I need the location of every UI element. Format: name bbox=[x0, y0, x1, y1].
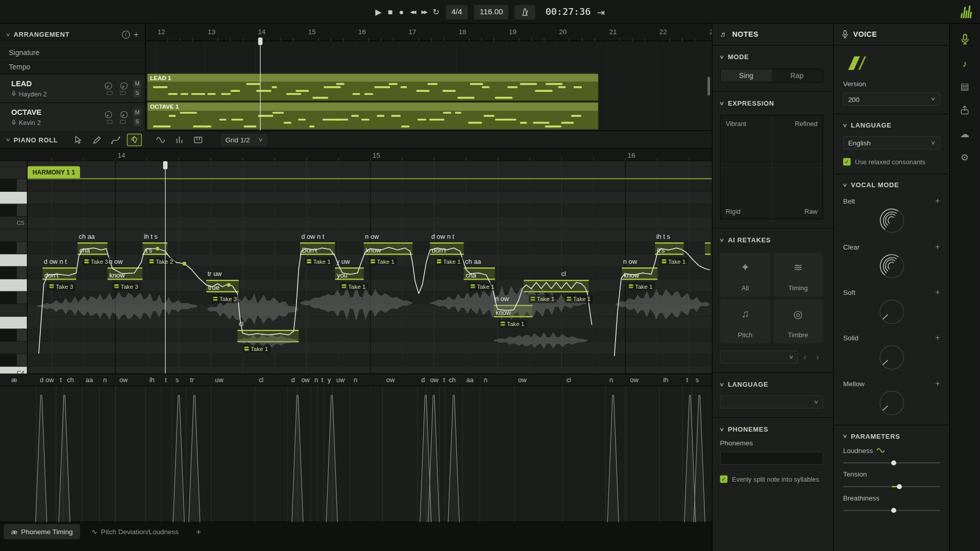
phoneme-label[interactable]: n bbox=[314, 376, 318, 384]
scrollbar-thumb[interactable] bbox=[707, 77, 710, 96]
curve-tool-icon[interactable] bbox=[108, 133, 122, 145]
phoneme-label[interactable]: n bbox=[103, 376, 107, 384]
phoneme-timing-spike[interactable] bbox=[684, 395, 696, 522]
volume-pan-knobs[interactable] bbox=[104, 82, 128, 90]
piano-key-F5[interactable] bbox=[0, 161, 28, 167]
arrangement-canvas[interactable]: 121314151617181920212223LEAD 1OCTAVE 1 bbox=[145, 24, 712, 131]
microphone-icon[interactable] bbox=[960, 34, 970, 45]
take-chip[interactable]: Take 3 bbox=[211, 295, 239, 303]
take-chip[interactable]: Take 1 bbox=[499, 320, 527, 328]
phoneme-label[interactable]: ow bbox=[386, 376, 395, 384]
phoneme-label[interactable]: ow bbox=[518, 376, 526, 384]
phoneme-label[interactable]: y bbox=[328, 376, 331, 384]
retake-prev-button[interactable]: ‹ bbox=[799, 351, 811, 363]
add-panel-tab-button[interactable]: + bbox=[196, 527, 201, 537]
phoneme-label[interactable]: ow bbox=[630, 376, 638, 384]
track-mini-toggles[interactable] bbox=[104, 120, 128, 123]
playhead[interactable] bbox=[260, 37, 260, 130]
playhead-handle[interactable] bbox=[163, 161, 168, 169]
piano-key-A4[interactable] bbox=[0, 254, 28, 266]
piano-key-C4[interactable]: C4 bbox=[0, 367, 28, 373]
retake-pitch-button[interactable]: ♫Pitch bbox=[720, 299, 771, 344]
stop-button[interactable]: ■ bbox=[388, 8, 393, 16]
note-language-select[interactable]: ∨ bbox=[720, 395, 823, 409]
piano-key-Ds4[interactable] bbox=[0, 329, 28, 341]
piano-key-E5[interactable] bbox=[0, 167, 28, 179]
phoneme-timing-spike[interactable] bbox=[694, 395, 705, 522]
phoneme-timing-spike[interactable] bbox=[292, 395, 303, 522]
language-section-header[interactable]: ∨ LANGUAGE bbox=[720, 381, 823, 388]
phonemes-section-header[interactable]: ∨ PHONEMES bbox=[720, 425, 823, 433]
take-chip[interactable]: Take 2 bbox=[148, 257, 176, 265]
parameter-slider[interactable] bbox=[843, 462, 940, 463]
phoneme-label[interactable]: aa bbox=[466, 376, 473, 384]
voice-language-select[interactable]: English ∨ bbox=[843, 136, 940, 149]
retake-select[interactable]: ∨ bbox=[720, 350, 798, 364]
track-mini-toggles[interactable] bbox=[104, 91, 128, 95]
piano-key-B4[interactable] bbox=[0, 229, 28, 241]
take-chip[interactable]: Take 1 bbox=[627, 282, 655, 290]
relaxed-consonants-checkbox[interactable]: ✓ Use relaxed consonants bbox=[843, 158, 940, 166]
slider-thumb[interactable] bbox=[891, 508, 896, 513]
piano-roll-ruler[interactable]: 141516 bbox=[0, 148, 712, 161]
phoneme-label[interactable]: d ow bbox=[40, 376, 54, 384]
piano-roll-note[interactable]: know bbox=[108, 267, 143, 280]
piano-key-G4[interactable] bbox=[0, 279, 28, 291]
take-chip[interactable]: Take 3 bbox=[47, 282, 76, 290]
piano-key-As4[interactable] bbox=[0, 242, 28, 254]
arrangement-row-signature[interactable]: Signature bbox=[0, 45, 145, 59]
arrangement-clip-octave[interactable]: OCTAVE 1 bbox=[147, 102, 599, 130]
add-soft-button[interactable]: + bbox=[935, 287, 940, 296]
piano-roll-note[interactable]: don't bbox=[42, 267, 76, 280]
voice-avatar[interactable] bbox=[844, 56, 870, 70]
version-select[interactable]: 200 ∨ bbox=[843, 92, 940, 106]
retake-next-button[interactable]: › bbox=[812, 351, 823, 363]
piano-roll-note[interactable]: know bbox=[622, 267, 657, 280]
piano-key-C5[interactable]: C5 bbox=[0, 217, 28, 229]
phoneme-timing-spike[interactable] bbox=[326, 395, 337, 522]
record-button[interactable]: ● bbox=[399, 8, 404, 16]
phoneme-label[interactable]: uw bbox=[215, 376, 223, 384]
piano-roll-note[interactable] bbox=[560, 280, 589, 292]
piano-roll-note[interactable]: true bbox=[206, 280, 239, 292]
tab-pitch-deviation[interactable]: ∿ Pitch Deviation/Loudness bbox=[84, 524, 186, 539]
evenly-split-checkbox[interactable]: ✓ Evenly split note into syllables bbox=[720, 475, 823, 483]
piano-key-E4[interactable] bbox=[0, 317, 28, 329]
take-chip[interactable]: Take 1 bbox=[529, 295, 557, 303]
add-solid-button[interactable]: + bbox=[935, 333, 940, 342]
phonemes-input[interactable] bbox=[720, 452, 823, 465]
phoneme-label[interactable]: s bbox=[696, 376, 699, 384]
ai-retakes-section-header[interactable]: ∨ AI RETAKES bbox=[720, 236, 823, 244]
goto-end-button[interactable]: ⇥ bbox=[597, 7, 604, 16]
phoneme-label[interactable]: æ bbox=[11, 376, 17, 384]
slider-thumb[interactable] bbox=[891, 460, 896, 465]
mute-button[interactable]: M bbox=[133, 108, 141, 116]
phoneme-label[interactable]: ow bbox=[430, 376, 438, 384]
score-icon[interactable]: ▤ bbox=[960, 82, 969, 91]
draw-tool-icon[interactable] bbox=[89, 133, 104, 145]
tempo-display[interactable]: 116.00 bbox=[474, 5, 509, 19]
arrangement-row-tempo[interactable]: Tempo bbox=[0, 59, 145, 73]
phoneme-label[interactable]: ih bbox=[150, 376, 155, 384]
play-button[interactable]: ▶ bbox=[375, 8, 381, 16]
track-octave[interactable]: OCTAVEKevin 2MS bbox=[0, 103, 145, 131]
retake-timing-button[interactable]: ≋Timing bbox=[773, 253, 823, 297]
add-belt-button[interactable]: + bbox=[935, 196, 940, 205]
phoneme-label[interactable]: t bbox=[686, 376, 688, 384]
phoneme-timing-spike[interactable] bbox=[428, 395, 439, 522]
solo-button[interactable]: S bbox=[133, 89, 141, 97]
phoneme-label[interactable]: ch bbox=[449, 376, 456, 384]
piano-roll-note[interactable]: Don't bbox=[300, 242, 335, 255]
take-chip[interactable]: Take 3 bbox=[83, 257, 111, 265]
piano-key-Fs4[interactable] bbox=[0, 292, 28, 304]
piano-roll-note[interactable] bbox=[237, 330, 299, 342]
piano-key-Cs4[interactable] bbox=[0, 354, 28, 366]
mode-rap-button[interactable]: Rap bbox=[772, 69, 823, 82]
expression-pad[interactable]: Vibrant Refined Rigid Raw bbox=[720, 115, 823, 219]
parameters-header[interactable]: ∨ PARAMETERS bbox=[843, 432, 940, 440]
pen-tool-icon[interactable] bbox=[127, 133, 141, 145]
knob-clear[interactable] bbox=[843, 253, 940, 280]
arrangement-clip-lead[interactable]: LEAD 1 bbox=[147, 73, 599, 101]
phoneme-label[interactable]: t bbox=[60, 376, 62, 384]
phoneme-label[interactable]: uw bbox=[336, 376, 345, 384]
